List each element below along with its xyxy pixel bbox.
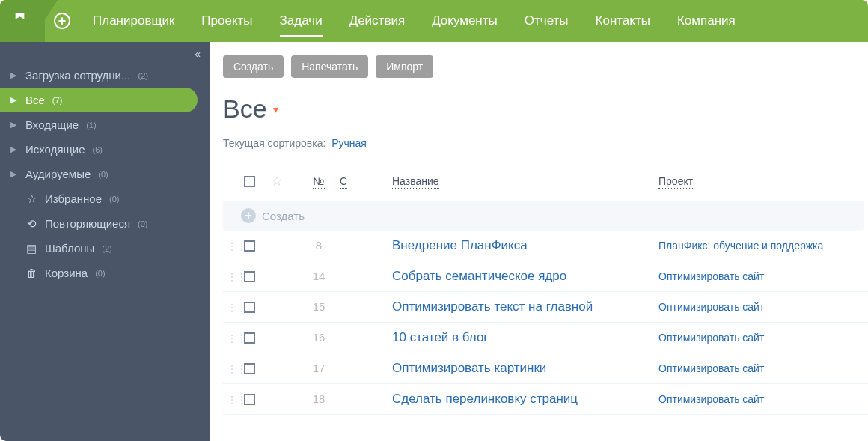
create-button[interactable]: Создать <box>223 55 284 78</box>
sort-info: Текущая сортировка: Ручная <box>223 137 868 149</box>
star-icon: ☆ <box>25 193 37 205</box>
row-number: 16 <box>313 331 326 344</box>
top-nav: + ПланировщикПроектыЗадачиДействияДокуме… <box>0 0 868 42</box>
task-name-link[interactable]: Внедрение ПланФикса <box>392 238 528 252</box>
task-name-link[interactable]: Оптимизировать картинки <box>392 361 546 375</box>
row-checkbox[interactable] <box>244 363 255 374</box>
project-link[interactable]: Оптимизировать сайт <box>658 332 764 344</box>
nav-item-5[interactable]: Отчеты <box>511 0 582 42</box>
table-row: ⋮⋮17Оптимизировать картинкиОптимизироват… <box>223 353 868 384</box>
sidebar-item-label: Шаблоны <box>45 242 94 255</box>
nav-item-3[interactable]: Действия <box>336 0 418 42</box>
sidebar-item-label: Корзина <box>45 267 88 279</box>
task-name-link[interactable]: 10 статей в блог <box>392 330 489 344</box>
sidebar-item-count: (2) <box>138 71 147 80</box>
dropdown-icon: ▾ <box>273 103 278 115</box>
nav-item-6[interactable]: Контакты <box>582 0 664 42</box>
main-content: Создать Напечатать Импорт Все ▾ Текущая … <box>210 42 868 441</box>
header-c[interactable]: С <box>340 175 347 189</box>
row-checkbox[interactable] <box>244 332 255 344</box>
header-name[interactable]: Название <box>392 175 439 189</box>
table-row: ⋮⋮14Собрать семантическое ядроОптимизиро… <box>223 261 868 292</box>
table-row: ⋮⋮8Внедрение ПланФиксаПланФикс: обучение… <box>223 231 868 261</box>
add-button[interactable]: + <box>45 0 79 42</box>
project-link[interactable]: Оптимизировать сайт <box>658 362 764 374</box>
project-link[interactable]: Оптимизировать сайт <box>658 270 764 282</box>
plus-circle-icon: + <box>241 208 256 223</box>
project-link[interactable]: Оптимизировать сайт <box>658 301 764 313</box>
sidebar-item-label: Входящие <box>25 118 79 131</box>
sidebar-item-5[interactable]: ☆Избранное (0) <box>0 186 210 211</box>
header-number[interactable]: № <box>313 175 324 189</box>
task-name-link[interactable]: Сделать перелинковку страниц <box>392 392 578 406</box>
sidebar-item-count: (0) <box>109 195 119 204</box>
sidebar-item-label: Все <box>25 94 45 106</box>
project-link[interactable]: ПланФикс: обучение и поддержка <box>658 240 823 252</box>
sort-value-link[interactable]: Ручная <box>331 137 367 149</box>
sidebar-item-1[interactable]: ▶Все (7) <box>0 88 198 112</box>
task-name-link[interactable]: Собрать семантическое ядро <box>392 269 566 283</box>
row-checkbox[interactable] <box>244 271 255 282</box>
plus-icon: + <box>54 13 70 29</box>
row-number: 15 <box>313 300 326 313</box>
sidebar-item-3[interactable]: ▶Исходящие (6) <box>0 137 210 162</box>
row-number: 8 <box>316 239 322 252</box>
sort-label: Текущая сортировка: <box>223 137 326 149</box>
task-name-link[interactable]: Оптимизировать текст на главной <box>392 299 593 314</box>
star-icon[interactable]: ☆ <box>271 174 283 189</box>
select-all-checkbox[interactable] <box>244 176 255 187</box>
sidebar-item-6[interactable]: ⟲Повторяющиеся (0) <box>0 211 210 236</box>
row-checkbox[interactable] <box>244 394 255 405</box>
sidebar-item-count: (0) <box>138 219 147 228</box>
trash-icon: 🗑 <box>25 267 37 279</box>
sidebar-item-8[interactable]: 🗑Корзина (0) <box>0 261 210 285</box>
chevron-icon: ▶ <box>10 70 18 80</box>
page-title[interactable]: Все ▾ <box>223 94 868 124</box>
chevron-icon: ▶ <box>10 145 18 154</box>
sidebar-item-label: Аудируемые <box>25 168 91 180</box>
collapse-sidebar-icon[interactable]: « <box>195 48 201 60</box>
sidebar-item-7[interactable]: ▤Шаблоны (2) <box>0 236 210 261</box>
header-project[interactable]: Проект <box>658 175 693 189</box>
quick-create-row[interactable]: + Создать <box>223 201 864 231</box>
table-row: ⋮⋮15Оптимизировать текст на главнойОптим… <box>223 292 868 323</box>
nav-item-2[interactable]: Задачи <box>266 0 336 42</box>
sidebar-item-count: (1) <box>86 121 96 130</box>
sidebar-item-label: Исходящие <box>25 143 85 156</box>
row-number: 18 <box>313 392 326 405</box>
nav-item-4[interactable]: Документы <box>418 0 511 42</box>
sidebar-item-0[interactable]: ▶Загрузка сотрудни... (2) <box>0 63 210 88</box>
row-number: 17 <box>313 362 326 374</box>
nav-item-0[interactable]: Планировщик <box>79 0 188 42</box>
template-icon: ▤ <box>25 243 37 255</box>
table-row: ⋮⋮1610 статей в блогОптимизировать сайт <box>223 323 868 353</box>
table-row: ⋮⋮18Сделать перелинковку страницОптимизи… <box>223 384 868 415</box>
nav-item-1[interactable]: Проекты <box>188 0 266 42</box>
sidebar-item-count: (0) <box>98 170 108 179</box>
sidebar-item-label: Повторяющиеся <box>45 217 130 230</box>
sidebar: « ▶Загрузка сотрудни... (2)▶Все (7)▶Вход… <box>0 42 210 441</box>
logo[interactable] <box>0 0 45 42</box>
sidebar-item-label: Загрузка сотрудни... <box>25 69 130 82</box>
row-number: 14 <box>313 270 326 282</box>
import-button[interactable]: Импорт <box>376 55 433 78</box>
sidebar-item-count: (0) <box>95 269 105 278</box>
sidebar-item-label: Избранное <box>45 192 102 205</box>
sidebar-item-4[interactable]: ▶Аудируемые (0) <box>0 162 210 186</box>
chevron-icon: ▶ <box>10 120 18 130</box>
project-link[interactable]: Оптимизировать сайт <box>658 393 764 405</box>
table-header: ☆ № С Название Проект <box>223 165 868 201</box>
row-checkbox[interactable] <box>244 240 255 252</box>
sidebar-item-2[interactable]: ▶Входящие (1) <box>0 112 210 137</box>
chevron-icon: ▶ <box>10 95 18 105</box>
sidebar-item-count: (7) <box>52 96 62 105</box>
row-checkbox[interactable] <box>244 302 255 313</box>
sidebar-item-count: (2) <box>102 244 111 253</box>
chevron-icon: ▶ <box>10 169 18 179</box>
nav-item-7[interactable]: Компания <box>664 0 749 42</box>
print-button[interactable]: Напечатать <box>291 55 368 78</box>
repeat-icon: ⟲ <box>25 218 37 230</box>
page-title-text: Все <box>223 94 267 124</box>
sidebar-item-count: (6) <box>93 145 103 154</box>
quick-create-label: Создать <box>262 210 305 222</box>
